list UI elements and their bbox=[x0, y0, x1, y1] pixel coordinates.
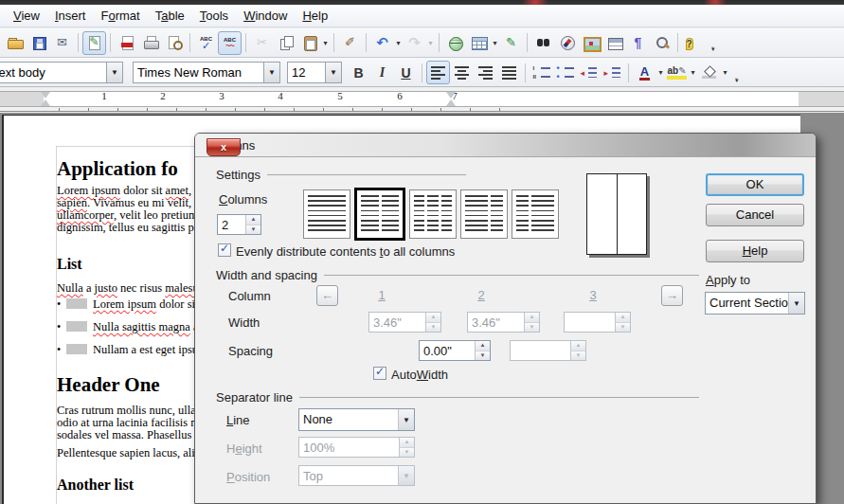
underline-button[interactable]: U bbox=[394, 61, 418, 84]
help-button[interactable]: ? bbox=[682, 31, 706, 55]
font-size-combo[interactable]: 12 ▼ bbox=[287, 62, 342, 83]
ok-button[interactable]: OK bbox=[706, 173, 804, 196]
spin-down-icon[interactable]: ▼ bbox=[426, 323, 440, 333]
spacing-2-spinner[interactable]: ▲▼ bbox=[510, 340, 586, 361]
toolbar-overflow-arrow[interactable]: .▾ bbox=[711, 44, 715, 51]
draw-functions-button[interactable]: ✎ bbox=[499, 31, 523, 55]
table-dropdown-arrow[interactable]: ▾ bbox=[491, 39, 499, 47]
auto-spellcheck-button[interactable]: ABC~~ bbox=[218, 31, 242, 55]
background-color-button[interactable] bbox=[697, 61, 721, 84]
align-right-button[interactable] bbox=[474, 61, 497, 84]
indent-marker-top[interactable] bbox=[41, 92, 50, 99]
ruler[interactable]: 1 2 3 4 5 6 7 bbox=[0, 88, 844, 112]
preset-right-wide[interactable] bbox=[512, 189, 559, 239]
undo-dropdown-arrow[interactable]: ▾ bbox=[394, 39, 403, 47]
height-spinner-buttons[interactable]: ▲▼ bbox=[399, 438, 414, 457]
menu-format[interactable]: Format bbox=[93, 6, 147, 26]
cancel-button[interactable]: Cancel bbox=[706, 204, 804, 226]
email-button[interactable]: ✉ bbox=[50, 31, 74, 55]
right-indent-marker-top[interactable] bbox=[446, 92, 456, 99]
menu-view[interactable]: View bbox=[6, 6, 47, 26]
apply-to-dropdown[interactable]: Current Section ▼ bbox=[705, 292, 805, 315]
spin-down-icon[interactable]: ▼ bbox=[616, 323, 630, 333]
cut-button[interactable]: ✂ bbox=[250, 31, 274, 55]
find-replace-button[interactable] bbox=[531, 31, 555, 55]
page-preview-button[interactable] bbox=[162, 31, 186, 55]
font-color-dropdown-arrow[interactable]: ▾ bbox=[656, 68, 665, 77]
font-dropdown-arrow[interactable]: ▼ bbox=[263, 63, 279, 82]
width-1-spinner[interactable]: 3.46" ▲▼ bbox=[368, 312, 441, 333]
column-next-button[interactable]: → bbox=[661, 285, 683, 306]
menu-table[interactable]: Table bbox=[148, 6, 192, 26]
close-icon[interactable]: x bbox=[207, 138, 241, 156]
align-center-button[interactable] bbox=[450, 61, 474, 84]
background-color-dropdown-arrow[interactable]: ▾ bbox=[721, 68, 729, 77]
highlighting-button[interactable]: ab✎ bbox=[665, 61, 689, 84]
font-color-button[interactable]: A bbox=[633, 61, 656, 84]
help-button[interactable]: Help bbox=[706, 240, 804, 262]
dialog-titlebar[interactable]: Columns x bbox=[195, 134, 816, 157]
menu-help[interactable]: Help bbox=[295, 6, 335, 26]
line-dropdown-arrow[interactable]: ▼ bbox=[398, 409, 414, 430]
paragraph-style-combo[interactable]: Text body ▼ bbox=[0, 62, 123, 83]
redo-button[interactable]: ↷ bbox=[403, 31, 426, 55]
save-button[interactable] bbox=[27, 31, 50, 55]
gallery-button[interactable] bbox=[579, 31, 602, 55]
spin-up-icon[interactable]: ▲ bbox=[476, 341, 490, 351]
size-dropdown-arrow[interactable]: ▼ bbox=[325, 63, 341, 82]
navigator-button[interactable] bbox=[555, 31, 579, 55]
formatbar-overflow-arrow[interactable]: .▾ bbox=[735, 75, 739, 82]
paste-button[interactable] bbox=[297, 31, 321, 55]
columns-spinner-buttons[interactable]: ▲▼ bbox=[245, 215, 260, 234]
spin-up-icon[interactable]: ▲ bbox=[525, 313, 539, 323]
columns-count-spinner[interactable]: 2 ▲▼ bbox=[217, 214, 261, 235]
align-left-button[interactable] bbox=[426, 61, 450, 84]
spin-down-icon[interactable]: ▼ bbox=[476, 351, 490, 361]
highlighting-dropdown-arrow[interactable]: ▾ bbox=[689, 68, 697, 77]
undo-button[interactable]: ↶ bbox=[370, 31, 394, 55]
spin-down-icon[interactable]: ▼ bbox=[571, 351, 585, 361]
open-button[interactable] bbox=[3, 31, 27, 55]
style-dropdown-arrow[interactable]: ▼ bbox=[106, 63, 122, 82]
apply-to-dropdown-arrow[interactable]: ▼ bbox=[788, 293, 804, 314]
spin-up-icon[interactable]: ▲ bbox=[571, 341, 585, 351]
indent-marker-bottom[interactable] bbox=[41, 99, 50, 106]
spacing-1-spinner[interactable]: 0.00" ▲▼ bbox=[419, 340, 491, 361]
numbered-list-button[interactable]: III bbox=[530, 61, 553, 84]
clone-formatting-button[interactable]: ✐ bbox=[338, 31, 362, 55]
spin-up-icon[interactable]: ▲ bbox=[616, 313, 630, 323]
preset-left-wide[interactable] bbox=[460, 189, 508, 239]
print-button[interactable] bbox=[138, 31, 162, 55]
decrease-indent-button[interactable]: ◂ bbox=[577, 61, 601, 84]
width-1-spinner-buttons[interactable]: ▲▼ bbox=[425, 313, 440, 332]
spacing-2-spinner-buttons[interactable]: ▲▼ bbox=[570, 341, 585, 360]
autowidth-checkbox[interactable]: ✓ bbox=[373, 367, 386, 380]
height-spinner[interactable]: 100% ▲▼ bbox=[298, 437, 415, 458]
bullet-list-button[interactable]: •• bbox=[553, 61, 577, 84]
menu-insert[interactable]: Insert bbox=[47, 6, 94, 26]
spin-down-icon[interactable]: ▼ bbox=[525, 323, 539, 333]
export-pdf-button[interactable] bbox=[115, 31, 138, 55]
justify-button[interactable] bbox=[497, 61, 521, 84]
right-indent-marker-bottom[interactable] bbox=[446, 99, 456, 106]
preset-three-columns[interactable] bbox=[409, 189, 457, 239]
paste-dropdown-arrow[interactable]: ▾ bbox=[321, 39, 330, 47]
formatting-marks-button[interactable]: ¶ bbox=[626, 31, 650, 55]
hyperlink-button[interactable] bbox=[443, 31, 467, 55]
insert-table-button[interactable] bbox=[467, 31, 491, 55]
spin-down-icon[interactable]: ▼ bbox=[400, 448, 414, 458]
spin-up-icon[interactable]: ▲ bbox=[426, 313, 440, 323]
spin-up-icon[interactable]: ▲ bbox=[400, 438, 414, 448]
preset-two-columns-selected[interactable] bbox=[354, 188, 405, 241]
increase-indent-button[interactable]: ▸ bbox=[601, 61, 624, 84]
position-dropdown[interactable]: Top ▼ bbox=[298, 465, 415, 486]
distribute-checkbox[interactable]: ✓ bbox=[218, 243, 231, 257]
line-style-dropdown[interactable]: None ▼ bbox=[298, 408, 415, 431]
menu-window[interactable]: Window bbox=[236, 6, 295, 26]
width-3-spinner-buttons[interactable]: ▲▼ bbox=[615, 313, 630, 332]
preset-one-column[interactable] bbox=[303, 189, 350, 239]
spacing-1-spinner-buttons[interactable]: ▲▼ bbox=[475, 341, 490, 360]
spin-up-icon[interactable]: ▲ bbox=[246, 215, 260, 225]
menu-tools[interactable]: Tools bbox=[192, 6, 236, 26]
data-sources-button[interactable] bbox=[602, 31, 626, 55]
